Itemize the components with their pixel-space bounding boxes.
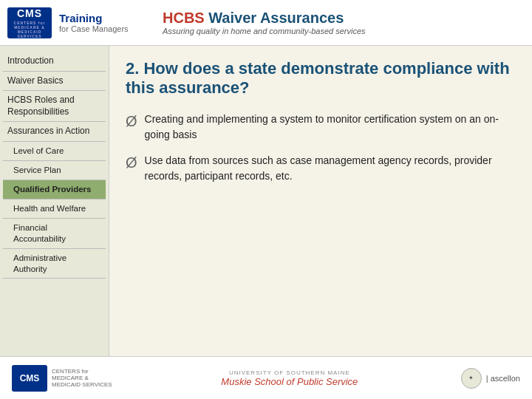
footer-cms-label: CMS [20,373,40,383]
footer-muskie-label: Muskie School of [221,376,294,387]
cms-logo: CMS CENTERS for MEDICARE & MEDICAID SERV… [7,7,129,38]
bullet-icon-1: Ø [126,113,137,143]
footer-cms-box: CMS [12,365,47,392]
header-left: CMS CENTERS for MEDICARE & MEDICAID SERV… [7,7,155,38]
sidebar: Introduction Waiver Basics HCBS Roles an… [0,46,109,356]
sidebar-item-assurances[interactable]: Assurances in Action [3,122,106,142]
cms-logo-box: CMS CENTERS for MEDICARE & MEDICAID SERV… [7,7,52,38]
bullet-row-1: Ø Creating and implementing a system to … [126,112,516,143]
footer: CMS CENTERS for MEDICARE & MEDICAID SERV… [0,356,532,399]
sidebar-item-service-plan[interactable]: Service Plan [3,161,106,180]
bullet-row-2: Ø Use data from sources such as case man… [126,153,516,184]
footer-muskie-label2: Public Service [297,376,358,387]
ascellon-icon: ✦ [461,368,482,389]
footer-university: UNIVERSITY OF SOUTHERN MAINE [221,369,358,376]
sidebar-item-admin-authority[interactable]: Administrative Authority [3,249,106,279]
bullet-text-2: Use data from sources such as case manag… [145,153,516,184]
sidebar-item-health-welfare[interactable]: Health and Welfare [3,200,106,219]
footer-cms-sub: CENTERS for MEDICARE & MEDICAID SERVICES [52,368,118,388]
header: CMS CENTERS for MEDICARE & MEDICAID SERV… [0,0,532,46]
footer-muskie: Muskie School of Public Service [221,376,358,387]
content-area: 2. How does a state demonstrate complian… [109,46,532,356]
training-line1: Training [59,12,129,24]
hcbs-subtitle: Assuring quality in home and community-b… [163,27,525,35]
training-line2: for Case Managers [59,24,129,33]
footer-center: UNIVERSITY OF SOUTHERN MAINE Muskie Scho… [221,369,358,387]
content-title: 2. How does a state demonstrate complian… [126,59,516,98]
footer-ascellon: | ascellon [486,374,520,383]
footer-logo-left: CMS CENTERS for MEDICARE & MEDICAID SERV… [12,365,118,392]
cms-subtext: CENTERS for MEDICARE & MEDICAID SERVICES [7,21,52,38]
bullet-text-1: Creating and implementing a system to mo… [145,112,516,143]
hcbs-title: HCBS Waiver Assurances [163,10,525,27]
header-right: HCBS Waiver Assurances Assuring quality … [155,10,525,35]
sidebar-item-hcbs-roles[interactable]: HCBS Roles and Responsibilities [3,91,106,122]
hcbs-title-prefix: HCBS [163,10,208,26]
bullet-icon-2: Ø [126,154,137,184]
main-layout: Introduction Waiver Basics HCBS Roles an… [0,46,532,356]
sidebar-item-financial-accountability[interactable]: Financial Accountability [3,219,106,249]
sidebar-item-introduction[interactable]: Introduction [3,52,106,72]
sidebar-item-waiver-basics[interactable]: Waiver Basics [3,72,106,92]
footer-right: ✦ | ascellon [461,368,520,389]
training-text: Training for Case Managers [59,12,129,33]
sidebar-item-qualified-providers[interactable]: Qualified Providers [3,180,106,200]
cms-label: CMS [17,7,42,19]
sidebar-item-level-of-care[interactable]: Level of Care [3,142,106,161]
hcbs-title-main: Waiver Assurances [208,10,344,26]
